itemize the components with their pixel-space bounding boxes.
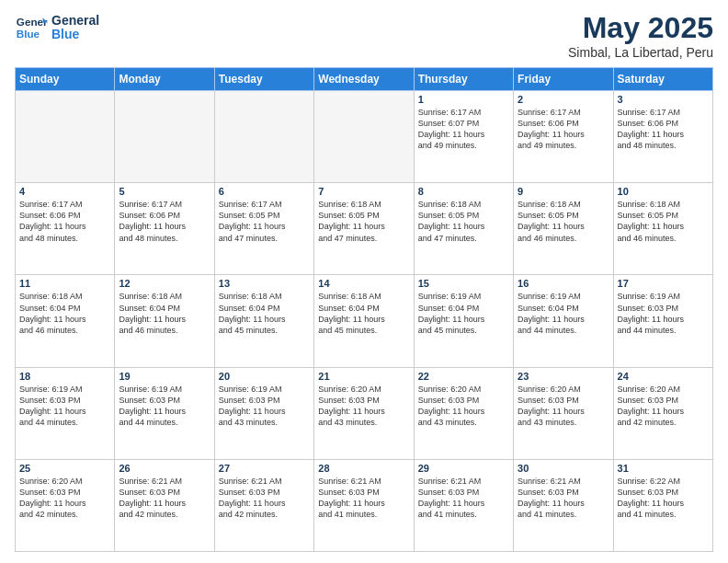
day-number: 6 — [219, 186, 310, 197]
day-info: Sunrise: 6:19 AM Sunset: 6:04 PM Dayligh… — [418, 291, 509, 336]
day-number: 22 — [418, 371, 509, 382]
day-info: Sunrise: 6:17 AM Sunset: 6:06 PM Dayligh… — [19, 199, 110, 244]
calendar-cell: 22Sunrise: 6:20 AM Sunset: 6:03 PM Dayli… — [414, 367, 513, 459]
day-info: Sunrise: 6:17 AM Sunset: 6:06 PM Dayligh… — [518, 107, 609, 152]
day-number: 21 — [318, 371, 409, 382]
calendar-cell: 16Sunrise: 6:19 AM Sunset: 6:04 PM Dayli… — [514, 275, 613, 367]
calendar-week-4: 25Sunrise: 6:20 AM Sunset: 6:03 PM Dayli… — [16, 459, 713, 551]
day-info: Sunrise: 6:22 AM Sunset: 6:03 PM Dayligh… — [618, 476, 709, 521]
calendar-cell — [214, 91, 313, 183]
day-info: Sunrise: 6:20 AM Sunset: 6:03 PM Dayligh… — [518, 384, 609, 429]
svg-text:Blue: Blue — [17, 28, 40, 40]
day-info: Sunrise: 6:20 AM Sunset: 6:03 PM Dayligh… — [618, 384, 709, 429]
day-number: 2 — [518, 94, 609, 105]
day-number: 12 — [119, 278, 210, 289]
col-tuesday: Tuesday — [214, 68, 313, 91]
calendar-cell — [16, 91, 115, 183]
day-number: 13 — [219, 278, 310, 289]
day-number: 5 — [119, 186, 210, 197]
calendar-cell: 28Sunrise: 6:21 AM Sunset: 6:03 PM Dayli… — [314, 459, 414, 551]
calendar-week-1: 4Sunrise: 6:17 AM Sunset: 6:06 PM Daylig… — [16, 183, 713, 275]
calendar-cell: 19Sunrise: 6:19 AM Sunset: 6:03 PM Dayli… — [115, 367, 214, 459]
day-info: Sunrise: 6:18 AM Sunset: 6:04 PM Dayligh… — [19, 291, 110, 336]
day-number: 20 — [219, 371, 310, 382]
day-number: 15 — [418, 278, 509, 289]
day-info: Sunrise: 6:17 AM Sunset: 6:07 PM Dayligh… — [418, 107, 509, 152]
day-info: Sunrise: 6:21 AM Sunset: 6:03 PM Dayligh… — [119, 476, 210, 521]
calendar-week-0: 1Sunrise: 6:17 AM Sunset: 6:07 PM Daylig… — [16, 91, 713, 183]
day-number: 7 — [318, 186, 409, 197]
calendar-cell: 13Sunrise: 6:18 AM Sunset: 6:04 PM Dayli… — [214, 275, 313, 367]
col-wednesday: Wednesday — [314, 68, 414, 91]
day-number: 28 — [318, 463, 409, 474]
day-number: 29 — [418, 463, 509, 474]
calendar-cell: 31Sunrise: 6:22 AM Sunset: 6:03 PM Dayli… — [613, 459, 712, 551]
calendar-cell: 18Sunrise: 6:19 AM Sunset: 6:03 PM Dayli… — [16, 367, 115, 459]
day-number: 9 — [518, 186, 609, 197]
day-info: Sunrise: 6:18 AM Sunset: 6:05 PM Dayligh… — [518, 199, 609, 244]
day-info: Sunrise: 6:20 AM Sunset: 6:03 PM Dayligh… — [19, 476, 110, 521]
calendar-cell: 5Sunrise: 6:17 AM Sunset: 6:06 PM Daylig… — [115, 183, 214, 275]
day-info: Sunrise: 6:19 AM Sunset: 6:04 PM Dayligh… — [518, 291, 609, 336]
calendar-cell: 20Sunrise: 6:19 AM Sunset: 6:03 PM Dayli… — [214, 367, 313, 459]
page: General Blue General Blue May 2025 Simba… — [0, 0, 728, 563]
day-number: 3 — [618, 94, 709, 105]
day-number: 4 — [19, 186, 110, 197]
calendar-cell: 14Sunrise: 6:18 AM Sunset: 6:04 PM Dayli… — [314, 275, 414, 367]
logo: General Blue General Blue — [15, 11, 99, 44]
calendar-week-2: 11Sunrise: 6:18 AM Sunset: 6:04 PM Dayli… — [16, 275, 713, 367]
day-number: 16 — [518, 278, 609, 289]
day-info: Sunrise: 6:21 AM Sunset: 6:03 PM Dayligh… — [418, 476, 509, 521]
day-number: 30 — [518, 463, 609, 474]
day-info: Sunrise: 6:17 AM Sunset: 6:05 PM Dayligh… — [219, 199, 310, 244]
col-saturday: Saturday — [613, 68, 712, 91]
calendar-cell: 11Sunrise: 6:18 AM Sunset: 6:04 PM Dayli… — [16, 275, 115, 367]
day-number: 8 — [418, 186, 509, 197]
calendar-cell: 17Sunrise: 6:19 AM Sunset: 6:03 PM Dayli… — [613, 275, 712, 367]
calendar-cell: 1Sunrise: 6:17 AM Sunset: 6:07 PM Daylig… — [414, 91, 513, 183]
day-info: Sunrise: 6:19 AM Sunset: 6:03 PM Dayligh… — [618, 291, 709, 336]
day-number: 27 — [219, 463, 310, 474]
day-info: Sunrise: 6:17 AM Sunset: 6:06 PM Dayligh… — [618, 107, 709, 152]
calendar-cell: 15Sunrise: 6:19 AM Sunset: 6:04 PM Dayli… — [414, 275, 513, 367]
day-number: 26 — [119, 463, 210, 474]
calendar-cell: 2Sunrise: 6:17 AM Sunset: 6:06 PM Daylig… — [514, 91, 613, 183]
calendar-cell: 23Sunrise: 6:20 AM Sunset: 6:03 PM Dayli… — [514, 367, 613, 459]
day-number: 19 — [119, 371, 210, 382]
day-info: Sunrise: 6:18 AM Sunset: 6:04 PM Dayligh… — [219, 291, 310, 336]
calendar-cell — [314, 91, 414, 183]
calendar-cell: 8Sunrise: 6:18 AM Sunset: 6:05 PM Daylig… — [414, 183, 513, 275]
calendar-cell: 3Sunrise: 6:17 AM Sunset: 6:06 PM Daylig… — [613, 91, 712, 183]
logo-line1: General — [51, 14, 99, 28]
day-info: Sunrise: 6:21 AM Sunset: 6:03 PM Dayligh… — [219, 476, 310, 521]
day-info: Sunrise: 6:18 AM Sunset: 6:05 PM Dayligh… — [318, 199, 409, 244]
day-info: Sunrise: 6:18 AM Sunset: 6:04 PM Dayligh… — [318, 291, 409, 336]
calendar-cell: 10Sunrise: 6:18 AM Sunset: 6:05 PM Dayli… — [613, 183, 712, 275]
calendar-cell: 12Sunrise: 6:18 AM Sunset: 6:04 PM Dayli… — [115, 275, 214, 367]
title-block: May 2025 Simbal, La Libertad, Peru — [568, 11, 713, 60]
col-monday: Monday — [115, 68, 214, 91]
day-number: 25 — [19, 463, 110, 474]
day-number: 31 — [618, 463, 709, 474]
calendar-header-row: Sunday Monday Tuesday Wednesday Thursday… — [16, 68, 713, 91]
day-info: Sunrise: 6:18 AM Sunset: 6:04 PM Dayligh… — [119, 291, 210, 336]
day-number: 14 — [318, 278, 409, 289]
calendar: Sunday Monday Tuesday Wednesday Thursday… — [15, 67, 713, 552]
day-number: 1 — [418, 94, 509, 105]
calendar-cell: 6Sunrise: 6:17 AM Sunset: 6:05 PM Daylig… — [214, 183, 313, 275]
day-number: 24 — [618, 371, 709, 382]
calendar-cell: 24Sunrise: 6:20 AM Sunset: 6:03 PM Dayli… — [613, 367, 712, 459]
day-info: Sunrise: 6:21 AM Sunset: 6:03 PM Dayligh… — [318, 476, 409, 521]
calendar-cell: 4Sunrise: 6:17 AM Sunset: 6:06 PM Daylig… — [16, 183, 115, 275]
col-thursday: Thursday — [414, 68, 513, 91]
calendar-cell: 27Sunrise: 6:21 AM Sunset: 6:03 PM Dayli… — [214, 459, 313, 551]
calendar-week-3: 18Sunrise: 6:19 AM Sunset: 6:03 PM Dayli… — [16, 367, 713, 459]
calendar-cell: 30Sunrise: 6:21 AM Sunset: 6:03 PM Dayli… — [514, 459, 613, 551]
day-info: Sunrise: 6:20 AM Sunset: 6:03 PM Dayligh… — [418, 384, 509, 429]
col-sunday: Sunday — [16, 68, 115, 91]
day-info: Sunrise: 6:19 AM Sunset: 6:03 PM Dayligh… — [119, 384, 210, 429]
col-friday: Friday — [514, 68, 613, 91]
day-info: Sunrise: 6:18 AM Sunset: 6:05 PM Dayligh… — [418, 199, 509, 244]
logo-icon: General Blue — [15, 11, 48, 44]
day-number: 11 — [19, 278, 110, 289]
